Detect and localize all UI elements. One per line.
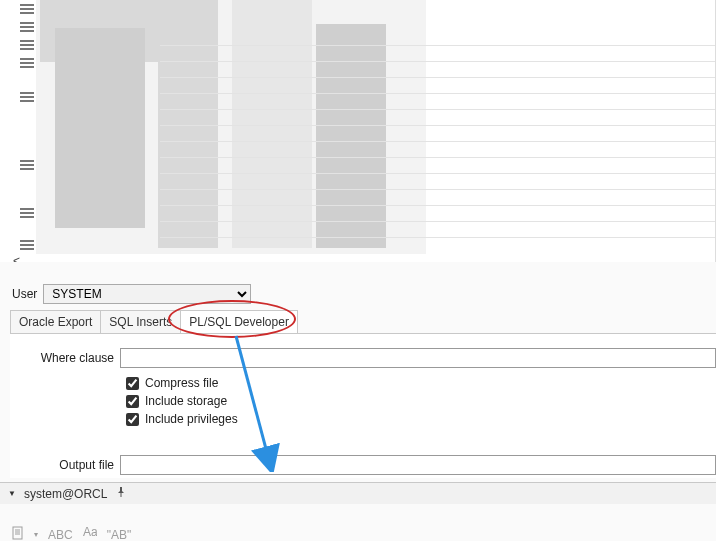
toolbar-case-icon[interactable]: Aa (83, 527, 97, 541)
output-file-input[interactable] (120, 455, 716, 475)
status-connection-label: system@ORCL (24, 487, 108, 501)
status-collapse-icon[interactable]: ▼ (8, 489, 16, 498)
tree-table-icon (20, 92, 34, 103)
user-label: User (12, 287, 37, 301)
include-privileges-label: Include privileges (145, 412, 238, 426)
pin-icon[interactable] (115, 486, 127, 501)
export-mode-tabs: Oracle Export SQL Inserts PL/SQL Develop… (10, 310, 297, 334)
svg-rect-1 (13, 527, 22, 539)
include-storage-checkbox-input[interactable] (126, 395, 139, 408)
tab-sql-inserts[interactable]: SQL Inserts (100, 310, 181, 334)
tree-table-icon (20, 58, 34, 69)
tree-table-icon (20, 40, 34, 51)
status-bar: ▼ system@ORCL (0, 482, 716, 504)
bottom-toolbar: ▾ ABC Aa "AB" (12, 526, 131, 541)
where-clause-label: Where clause (10, 351, 120, 365)
compress-file-checkbox-input[interactable] (126, 377, 139, 390)
include-privileges-checkbox-input[interactable] (126, 413, 139, 426)
doc-icon[interactable] (12, 526, 24, 541)
svg-text:Aa: Aa (83, 527, 97, 539)
output-file-label: Output file (10, 458, 120, 472)
tree-table-icon (20, 160, 34, 171)
object-tree-panel: < (0, 0, 716, 262)
tree-table-icon (20, 22, 34, 33)
compress-file-checkbox[interactable]: Compress file (126, 376, 716, 390)
tree-table-icon (20, 208, 34, 219)
toolbar-abc-button[interactable]: ABC (48, 528, 73, 542)
toolbar-caret-icon[interactable]: ▾ (34, 530, 38, 539)
where-clause-input[interactable] (120, 348, 716, 368)
toolbar-quote-ab-button[interactable]: "AB" (107, 528, 132, 542)
include-storage-label: Include storage (145, 394, 227, 408)
tab-oracle-export[interactable]: Oracle Export (10, 310, 101, 334)
tab-plsql-developer[interactable]: PL/SQL Developer (180, 310, 298, 334)
compress-file-label: Compress file (145, 376, 218, 390)
tree-table-icon (20, 240, 34, 251)
include-storage-checkbox[interactable]: Include storage (126, 394, 716, 408)
scroll-left-indicator[interactable]: < (13, 254, 20, 262)
editor-lines (160, 30, 715, 252)
user-select[interactable]: SYSTEM (43, 284, 251, 304)
tree-table-icon (20, 4, 34, 15)
include-privileges-checkbox[interactable]: Include privileges (126, 412, 716, 426)
